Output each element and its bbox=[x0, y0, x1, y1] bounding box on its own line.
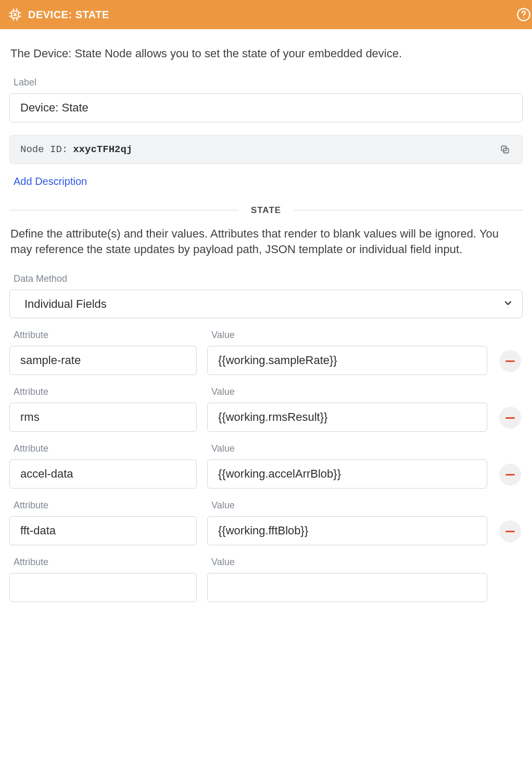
copy-icon bbox=[500, 144, 510, 155]
data-method-caption: Data Method bbox=[14, 273, 523, 284]
add-description-link[interactable]: Add Description bbox=[14, 176, 87, 188]
remove-row-button[interactable] bbox=[499, 520, 521, 542]
attribute-input[interactable] bbox=[9, 459, 197, 489]
value-column-label: Value bbox=[211, 557, 487, 568]
minus-icon bbox=[505, 417, 515, 419]
remove-row-button[interactable] bbox=[499, 407, 521, 429]
value-column-label: Value bbox=[211, 500, 487, 511]
attribute-input[interactable] bbox=[9, 516, 197, 545]
attribute-column-label: Attribute bbox=[14, 443, 197, 454]
attribute-column-label: Attribute bbox=[14, 557, 197, 568]
state-section-description: Define the attribute(s) and their values… bbox=[10, 226, 522, 258]
attribute-value-row: AttributeValue bbox=[9, 386, 523, 432]
value-column-label: Value bbox=[211, 330, 487, 341]
value-input[interactable] bbox=[207, 459, 487, 489]
data-method-select[interactable]: Individual Fields bbox=[9, 290, 523, 318]
remove-row-button[interactable] bbox=[499, 464, 521, 485]
attribute-column-label: Attribute bbox=[14, 386, 197, 397]
value-column-label: Value bbox=[211, 443, 487, 454]
node-id-value: xxycTFH2qj bbox=[73, 144, 132, 155]
attribute-column-label: Attribute bbox=[14, 330, 197, 341]
minus-icon bbox=[505, 360, 515, 362]
attribute-input[interactable] bbox=[9, 573, 197, 602]
attribute-value-row: AttributeValue bbox=[9, 500, 523, 545]
minus-icon bbox=[505, 474, 515, 476]
value-column-label: Value bbox=[211, 386, 487, 397]
svg-point-2 bbox=[523, 17, 524, 18]
minus-icon bbox=[505, 531, 515, 532]
node-id-caption: Node ID: bbox=[20, 144, 68, 155]
attribute-column-label: Attribute bbox=[14, 500, 197, 511]
state-section-divider: STATE bbox=[9, 205, 523, 216]
state-section-title: STATE bbox=[238, 205, 294, 216]
attribute-input[interactable] bbox=[9, 346, 197, 375]
value-input[interactable] bbox=[207, 516, 487, 545]
node-id-box: Node ID: xxycTFH2qj bbox=[9, 135, 523, 164]
attribute-input[interactable] bbox=[9, 403, 197, 432]
chip-icon bbox=[8, 8, 22, 21]
attribute-value-list: AttributeValueAttributeValueAttributeVal… bbox=[9, 330, 523, 602]
remove-row-button[interactable] bbox=[499, 350, 521, 372]
copy-node-id-button[interactable] bbox=[498, 143, 512, 156]
panel-title: DEVICE: STATE bbox=[28, 9, 109, 21]
panel-header: DEVICE: STATE bbox=[0, 0, 532, 29]
value-input[interactable] bbox=[207, 403, 487, 432]
value-input[interactable] bbox=[207, 573, 487, 602]
label-input[interactable] bbox=[9, 93, 523, 122]
help-icon[interactable] bbox=[516, 7, 531, 22]
attribute-value-row: AttributeValue bbox=[9, 330, 523, 375]
intro-text: The Device: State Node allows you to set… bbox=[10, 46, 522, 61]
attribute-value-row: AttributeValue bbox=[9, 443, 523, 489]
attribute-value-row: AttributeValue bbox=[9, 557, 523, 602]
value-input[interactable] bbox=[207, 346, 487, 375]
label-caption: Label bbox=[14, 77, 523, 88]
